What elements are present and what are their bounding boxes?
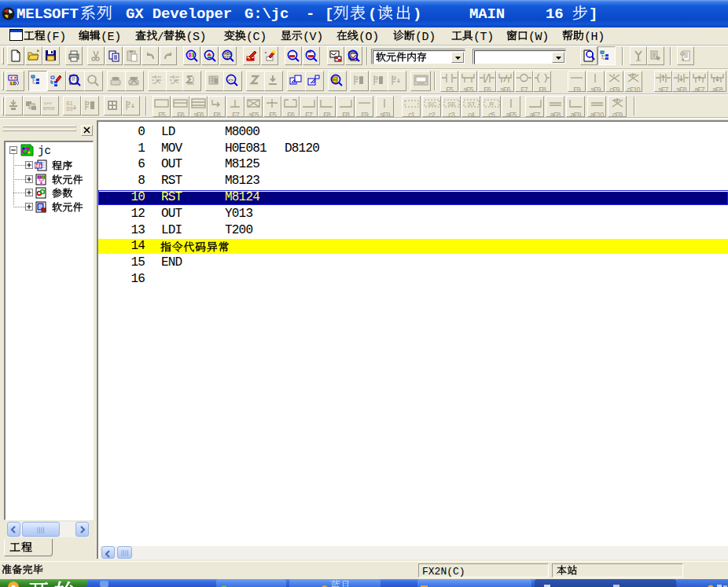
svg-text:S9: S9	[66, 106, 73, 112]
svg-text:<>: <>	[228, 78, 234, 83]
svg-text:LD: LD	[10, 81, 17, 86]
svg-text:R: R	[489, 101, 494, 108]
svg-text:error: error	[43, 105, 55, 111]
svg-text:SE: SE	[447, 101, 456, 108]
svg-text:ST: ST	[467, 101, 475, 108]
svg-text:S1: S1	[66, 101, 73, 106]
svg-text:SC: SC	[427, 101, 436, 108]
